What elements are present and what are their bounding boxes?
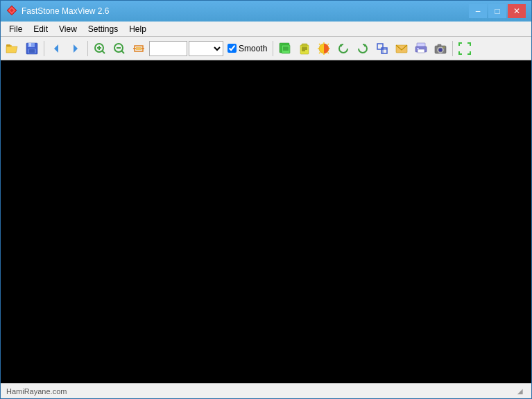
svg-line-40: [328, 44, 329, 45]
svg-rect-56: [438, 44, 441, 46]
email-button[interactable]: [393, 40, 411, 58]
svg-rect-29: [302, 44, 307, 46]
svg-marker-10: [54, 44, 58, 53]
rotate-right-button[interactable]: [354, 40, 372, 58]
svg-point-16: [114, 44, 123, 52]
print-icon: [413, 40, 429, 57]
svg-point-33: [319, 44, 329, 53]
save-icon: [24, 40, 40, 57]
svg-rect-53: [435, 46, 446, 53]
paste-button[interactable]: [295, 40, 314, 58]
svg-marker-42: [340, 44, 343, 47]
zoom-out-icon: [111, 40, 128, 57]
svg-rect-3: [6, 45, 12, 46]
smooth-label: Smooth: [228, 44, 267, 53]
back-button[interactable]: [47, 40, 65, 58]
svg-rect-23: [280, 43, 289, 53]
svg-point-55: [439, 48, 443, 51]
camera-button[interactable]: [431, 40, 449, 58]
svg-rect-49: [417, 43, 425, 47]
svg-rect-7: [29, 43, 31, 46]
fit-icon: [130, 40, 147, 57]
copy-icon: [277, 40, 293, 57]
rotate-left-icon: [335, 40, 352, 57]
svg-point-12: [95, 44, 103, 52]
app-icon: [6, 5, 17, 18]
menu-edit[interactable]: Edit: [28, 23, 53, 35]
separator-1: [44, 41, 44, 56]
svg-rect-52: [417, 48, 419, 49]
forward-button[interactable]: [67, 40, 85, 58]
resize-icon: [374, 40, 391, 57]
camera-icon: [432, 40, 449, 57]
svg-rect-6: [28, 43, 35, 47]
svg-point-54: [438, 47, 443, 53]
status-bar: HamiRayane.com ◢: [1, 383, 531, 398]
resize-button[interactable]: [373, 40, 391, 58]
svg-line-18: [121, 51, 124, 53]
window-controls: – □ ✕: [469, 4, 526, 18]
adjust-icon: [316, 40, 332, 57]
svg-rect-4: [6, 44, 10, 46]
rotate-right-icon: [354, 40, 371, 57]
separator-3: [273, 41, 273, 56]
menu-view[interactable]: View: [53, 23, 83, 35]
title-bar: FastStone MaxView 2.6 – □ ✕: [1, 1, 531, 22]
fit-button[interactable]: [130, 40, 148, 58]
svg-rect-48: [396, 45, 407, 53]
separator-4: [452, 41, 453, 56]
menu-settings[interactable]: Settings: [83, 23, 123, 35]
zoom-input[interactable]: [149, 41, 187, 56]
svg-rect-44: [377, 44, 383, 49]
email-icon: [393, 40, 410, 57]
svg-rect-50: [415, 46, 427, 52]
zoom-in-button[interactable]: [91, 40, 109, 58]
minimize-button[interactable]: –: [469, 4, 487, 18]
zoom-in-icon: [92, 40, 108, 57]
svg-rect-28: [300, 45, 309, 54]
fullscreen-button[interactable]: [456, 40, 474, 58]
svg-marker-11: [74, 44, 78, 53]
svg-rect-20: [136, 47, 141, 50]
svg-rect-19: [135, 46, 143, 51]
smooth-text: Smooth: [239, 44, 267, 53]
svg-line-38: [319, 44, 320, 45]
svg-rect-24: [282, 45, 290, 53]
status-text: HamiRayane.com: [6, 387, 517, 396]
zoom-out-button[interactable]: [110, 40, 128, 58]
toolbar: 25% 50% 75% 100% 150% 200% Smooth: [1, 37, 531, 60]
resize-corner-icon: ◢: [517, 387, 526, 396]
zoom-dropdown[interactable]: 25% 50% 75% 100% 150% 200%: [189, 41, 223, 56]
print-button[interactable]: [412, 40, 430, 58]
menu-help[interactable]: Help: [123, 23, 152, 35]
adjust-button[interactable]: [315, 40, 333, 58]
svg-point-57: [443, 46, 445, 48]
window-title: FastStone MaxView 2.6: [22, 6, 110, 16]
maximize-button[interactable]: □: [488, 4, 506, 18]
menu-bar: File Edit View Settings Help: [1, 22, 531, 37]
copy-button[interactable]: [276, 40, 294, 58]
paste-icon: [296, 40, 313, 57]
open-folder-icon: [4, 40, 21, 57]
svg-rect-45: [381, 48, 387, 53]
close-button[interactable]: ✕: [508, 4, 526, 18]
image-canvas: [1, 60, 531, 383]
main-window: FastStone MaxView 2.6 – □ ✕ File Edit Vi…: [0, 0, 532, 399]
svg-marker-43: [363, 44, 366, 47]
svg-line-41: [319, 52, 320, 53]
svg-rect-8: [28, 49, 36, 53]
svg-line-39: [328, 52, 329, 53]
separator-2: [87, 41, 88, 56]
svg-rect-5: [26, 43, 37, 54]
rotate-left-button[interactable]: [334, 40, 352, 58]
save-button[interactable]: [23, 40, 41, 58]
back-icon: [48, 40, 65, 57]
forward-icon: [67, 40, 84, 57]
svg-rect-9: [29, 49, 35, 53]
svg-rect-51: [418, 49, 424, 53]
smooth-checkbox[interactable]: [228, 44, 237, 53]
open-button[interactable]: [3, 40, 22, 58]
menu-file[interactable]: File: [3, 23, 28, 35]
fullscreen-icon: [456, 40, 473, 57]
svg-line-15: [102, 51, 105, 53]
